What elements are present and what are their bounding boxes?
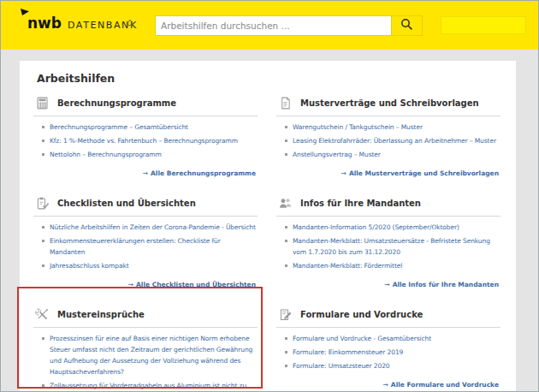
section-infos-mandanten: Infos für Ihre MandantenMandanten-Inform… (276, 196, 500, 290)
section-header-infos-mandanten[interactable]: Infos für Ihre Mandanten (276, 196, 500, 217)
article-link[interactable]: Nettolohn – Berechnungsprogramm (50, 149, 162, 160)
section-title: Infos für Ihre Mandanten (300, 199, 421, 208)
tools-icon (35, 307, 50, 322)
section-checklisten: Checklisten und ÜbersichtenNützliche Arb… (33, 196, 258, 290)
bullet-icon (285, 140, 287, 142)
header-ghost-button[interactable] (441, 16, 526, 34)
arrow-right-icon: → (383, 381, 388, 389)
people-icon (278, 196, 293, 211)
article-link[interactable]: Zollaussetzung für Vorderradgabeln aus A… (50, 380, 258, 392)
list-item: Mandanten-Information 5/2020 (September/… (285, 222, 500, 233)
list-item: Einkommensteuererklärungen erstellen: Ch… (42, 235, 258, 258)
bullet-icon (42, 140, 44, 142)
article-link[interactable]: Formulare: Einkommensteuer 2019 (293, 347, 403, 358)
bullet-icon (285, 264, 287, 267)
list-item: Zollaussetzung für Vorderradgabeln aus A… (42, 380, 258, 392)
section-title: Mustereinsprüche (57, 310, 145, 319)
document-icon (278, 96, 293, 110)
article-link[interactable]: Berechnungsprogramme – Gesamtübersicht (50, 122, 188, 133)
section-links: Berechnungsprogramme – GesamtübersichtKf… (33, 122, 258, 160)
article-link[interactable]: Nützliche Arbeitshilfen in Zeiten der Co… (50, 222, 256, 233)
bullet-icon (285, 240, 287, 242)
list-item: Kfz: 1 %-Methode vs. Fahrtenbuch – Berec… (42, 135, 258, 146)
section-links: Mandanten-Information 5/2020 (September/… (276, 222, 500, 271)
bullet-icon (42, 153, 44, 156)
content-panel: Arbeitshilfen BerechnungsprogrammeBerech… (20, 61, 516, 392)
all-link-berechnungsprogramme[interactable]: →Alle Berechnungsprogramme (143, 169, 256, 177)
list-item: Berechnungsprogramme – Gesamtübersicht (42, 122, 258, 133)
section-title: Formulare und Vordrucke (300, 310, 423, 319)
article-link[interactable]: Prozesszinsen für eine auf Basis einer n… (50, 333, 258, 377)
list-item: Anstellungsvertrag – Muster (285, 149, 500, 160)
all-link-row: →Alle Infos für Ihre Mandanten (276, 274, 500, 290)
all-link-row: →Alle Berechnungsprogramme (33, 163, 258, 179)
arrow-right-icon: → (341, 169, 346, 177)
arrow-right-icon: → (384, 281, 389, 288)
article-link[interactable]: Formulare und Vordrucke - Gesamtübersich… (293, 333, 431, 344)
all-link-row: →Alle Formulare und Vordrucke (276, 374, 500, 390)
section-header-checklisten[interactable]: Checklisten und Übersichten (33, 196, 258, 217)
search-input[interactable] (155, 15, 392, 36)
list-item: Formulare: Umsatzsteuer 2020 (285, 360, 500, 371)
bullet-icon (42, 384, 44, 387)
checklist-icon (35, 196, 50, 211)
section-header-berechnungsprogramme[interactable]: Berechnungsprogramme (33, 96, 258, 116)
page-title: Arbeitshilfen (37, 72, 500, 85)
section-title: Berechnungsprogramme (57, 98, 176, 108)
all-link-row: →Alle Musterverträge und Schreibvorlagen (276, 163, 500, 179)
section-header-formulare[interactable]: Formulare und Vordrucke (276, 307, 500, 328)
section-links: Nützliche Arbeitshilfen in Zeiten der Co… (33, 222, 258, 271)
article-link[interactable]: Warengutschein / Tankgutschein – Muster (293, 122, 423, 133)
bullet-icon (42, 126, 44, 128)
all-link-row: →Alle Checklisten und Übersichten (33, 274, 258, 290)
all-link-mustervertraege[interactable]: →Alle Musterverträge und Schreibvorlagen (341, 169, 499, 177)
app-window: nwb DATENBANK ⌂ Arbeitshilfen Berechnung… (0, 0, 539, 392)
logo-primary-text: nwb (27, 15, 62, 32)
section-links: Prozesszinsen für eine auf Basis einer n… (33, 333, 258, 392)
section-header-mustervertraege[interactable]: Musterverträge und Schreibvorlagen (276, 96, 500, 116)
section-links: Formulare und Vordrucke - Gesamtübersich… (276, 333, 500, 371)
section-header-mustereinsprueche[interactable]: Mustereinsprüche (33, 307, 258, 328)
article-link[interactable]: Formulare: Umsatzsteuer 2020 (293, 360, 390, 371)
bullet-icon (42, 264, 44, 267)
section-formulare: Formulare und VordruckeFormulare und Vor… (276, 307, 500, 392)
list-item: Formulare und Vordrucke - Gesamtübersich… (285, 333, 500, 344)
article-link[interactable]: Jahresabschluss kompakt (50, 260, 129, 271)
section-links: Warengutschein / Tankgutschein – MusterL… (276, 122, 500, 160)
bullet-icon (42, 240, 44, 242)
arrow-right-icon: → (143, 169, 148, 177)
arrow-right-icon: → (128, 281, 133, 288)
search-bar (155, 15, 423, 36)
list-item: Leasing Elektrofahrräder: Überlassung an… (285, 135, 500, 146)
search-button[interactable] (392, 15, 423, 36)
list-item: Jahresabschluss kompakt (42, 260, 258, 271)
section-title: Musterverträge und Schreibvorlagen (300, 98, 479, 108)
all-link-formulare[interactable]: →Alle Formulare und Vordrucke (383, 381, 499, 389)
nwb-logo[interactable]: nwb DATENBANK (27, 15, 138, 32)
section-berechnungsprogramme: BerechnungsprogrammeBerechnungsprogramme… (33, 96, 258, 179)
form-icon (278, 307, 293, 322)
list-item: Mandanten-Merkblatt: Fördermittel (285, 260, 500, 271)
article-link[interactable]: Mandanten-Information 5/2020 (September/… (293, 222, 459, 233)
calculator-icon (35, 96, 50, 110)
article-link[interactable]: Kfz: 1 %-Methode vs. Fahrtenbuch – Berec… (50, 135, 238, 146)
article-link[interactable]: Anstellungsvertrag – Muster (293, 149, 381, 160)
article-link[interactable]: Leasing Elektrofahrräder: Überlassung an… (293, 135, 496, 146)
list-item: Formulare: Einkommensteuer 2019 (285, 347, 500, 358)
list-item: Nettolohn – Berechnungsprogramm (42, 149, 258, 160)
article-link[interactable]: Mandanten-Merkblatt: Umsatzsteuersätze -… (293, 235, 500, 258)
bullet-icon (42, 226, 44, 229)
list-item: Mandanten-Merkblatt: Umsatzsteuersätze -… (285, 235, 500, 258)
all-link-checklisten[interactable]: →Alle Checklisten und Übersichten (128, 281, 256, 288)
article-link[interactable]: Mandanten-Merkblatt: Fördermittel (293, 260, 402, 271)
bullet-icon (285, 153, 287, 156)
search-icon (400, 18, 413, 33)
list-item: Prozesszinsen für eine auf Basis einer n… (42, 333, 258, 377)
section-mustervertraege: Musterverträge und SchreibvorlagenWareng… (276, 96, 500, 179)
section-mustereinsprueche: MustereinsprücheProzesszinsen für eine a… (33, 307, 258, 392)
bullet-icon (285, 337, 287, 340)
article-link[interactable]: Einkommensteuererklärungen erstellen: Ch… (50, 235, 258, 258)
all-link-infos-mandanten[interactable]: →Alle Infos für Ihre Mandanten (384, 281, 499, 288)
home-icon[interactable]: ⌂ (127, 17, 133, 27)
bullet-icon (285, 351, 287, 353)
